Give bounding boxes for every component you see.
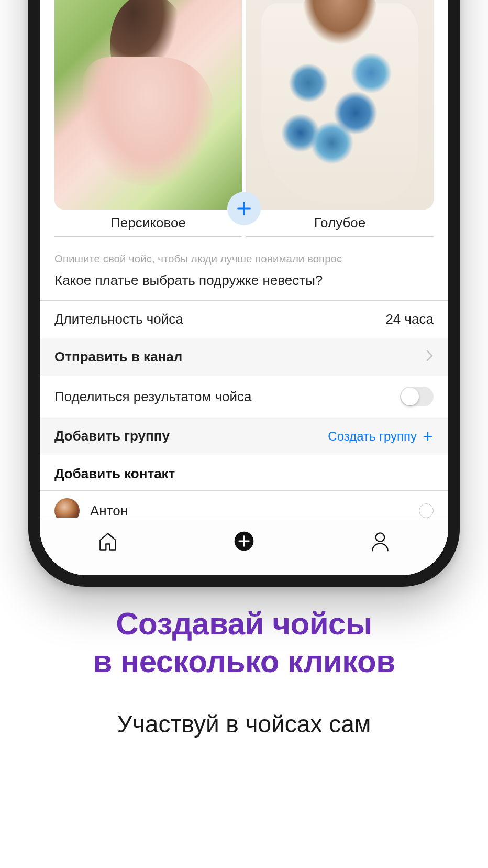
app-screen: Персиковое Голубое Опишите свой чойс, чт…: [40, 0, 448, 575]
send-channel-label: Отправить в канал: [54, 349, 182, 365]
marketing-copy: Создавай чойсы в несколько кликов Участв…: [0, 605, 488, 738]
duration-row[interactable]: Длительность чойса 24 часа: [40, 301, 448, 338]
contact-radio[interactable]: [419, 503, 434, 518]
tab-create[interactable]: [230, 528, 258, 555]
create-group-button[interactable]: Создать группу: [328, 429, 434, 444]
share-result-label: Поделиться результатом чойса: [54, 389, 252, 405]
share-result-row: Поделиться результатом чойса: [40, 376, 448, 417]
choice-image-a[interactable]: [54, 0, 242, 210]
bottom-tabbar: [40, 518, 448, 575]
marketing-title-line1: Создавай чойсы: [21, 605, 467, 643]
marketing-title-line2: в несколько кликов: [21, 643, 467, 680]
send-to-channel-row[interactable]: Отправить в канал: [40, 338, 448, 376]
add-group-row: Добавить группу Создать группу: [40, 417, 448, 455]
choice-images-row: [40, 0, 448, 210]
add-image-button[interactable]: [227, 192, 261, 225]
tab-profile[interactable]: [367, 528, 394, 555]
option-b-label-input[interactable]: Голубое: [246, 215, 434, 237]
duration-label: Длительность чойса: [54, 311, 183, 327]
add-contact-header: Добавить контакт: [40, 455, 448, 491]
description-input[interactable]: Какое платье выбрать подружке невесты?: [54, 272, 434, 289]
tab-home[interactable]: [94, 528, 121, 555]
phone-frame: Персиковое Голубое Опишите свой чойс, чт…: [28, 0, 460, 587]
plus-circle-icon: [232, 530, 256, 553]
marketing-subtitle: Участвуй в чойсах сам: [21, 710, 467, 738]
create-group-label: Создать группу: [328, 429, 417, 444]
choice-image-b[interactable]: [246, 0, 434, 210]
duration-value: 24 часа: [385, 311, 434, 327]
contact-name: Антон: [90, 503, 128, 519]
home-icon: [96, 530, 119, 553]
plus-icon: [235, 200, 253, 217]
user-icon: [369, 530, 392, 553]
svg-point-1: [376, 533, 385, 541]
add-group-label: Добавить группу: [54, 428, 170, 444]
description-hint: Опишите свой чойс, чтобы люди лучше пони…: [54, 252, 434, 265]
chevron-right-icon: [426, 350, 434, 365]
option-a-label-input[interactable]: Персиковое: [54, 215, 242, 237]
share-result-toggle[interactable]: [400, 387, 434, 406]
plus-icon: [422, 431, 434, 442]
